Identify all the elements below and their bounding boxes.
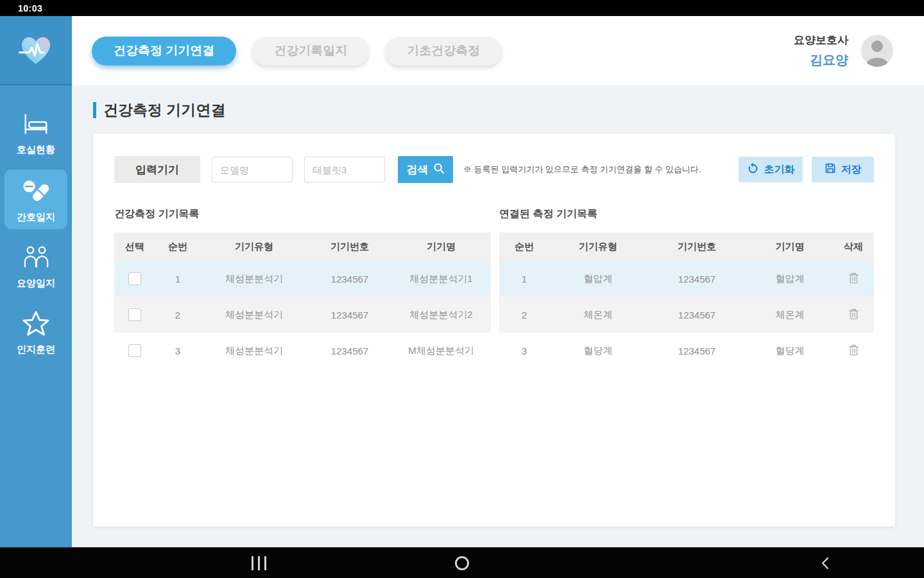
back-icon[interactable] — [820, 556, 830, 573]
col-no: 순번 — [499, 241, 549, 253]
android-nav-bar — [0, 547, 924, 578]
tables-row: 건강측정 기기목록 선택 순번 기기유형 기기번호 기기명 1 체성분분석기 1… — [114, 207, 874, 369]
people-icon — [21, 243, 51, 273]
sidebar-item-label: 호실현황 — [17, 144, 55, 156]
cell-name: 체온계 — [747, 309, 833, 321]
tablet-input[interactable] — [304, 157, 385, 182]
cell-no: 2 — [155, 310, 200, 320]
delete-button[interactable] — [848, 272, 859, 286]
cell-type: 혈압계 — [549, 273, 647, 285]
cell-name: 체성분분석기2 — [391, 309, 491, 321]
clock: 10:03 — [18, 3, 42, 13]
delete-button[interactable] — [848, 344, 859, 358]
table-row: 2 체성분분석기 1234567 체성분분석기2 — [114, 297, 491, 333]
status-bar: 10:03 — [0, 0, 924, 16]
cell-name: 혈압계 — [747, 273, 833, 285]
row-checkbox[interactable] — [128, 272, 141, 285]
cell-no: 1 — [155, 274, 200, 285]
trash-icon — [848, 313, 859, 322]
col-device-type: 기기유형 — [200, 241, 308, 253]
cell-type: 체성분분석기 — [200, 273, 308, 285]
cell-no: 3 — [155, 346, 200, 356]
table-row: 1 체성분분석기 1234567 체성분분석기1 — [114, 261, 491, 297]
table-row: 1 혈압계 1234567 혈압계 — [499, 261, 874, 297]
tab-basic-health-measure[interactable]: 기초건강측정 — [385, 37, 502, 66]
right-table-title: 연결된 측정 기기목록 — [499, 207, 874, 221]
avatar-head-icon — [871, 40, 883, 52]
cell-type: 체성분분석기 — [200, 345, 308, 357]
col-select: 선택 — [114, 241, 155, 253]
pills-icon — [21, 176, 51, 207]
cell-name: 체성분분석기1 — [391, 273, 491, 285]
table-row: 3 체성분분석기 1234567 M체성분분석기 — [114, 333, 491, 369]
refresh-icon — [747, 162, 759, 177]
col-device-number: 기기번호 — [647, 241, 747, 253]
search-button-label: 검색 — [407, 162, 429, 177]
input-device-label: 입력기기 — [114, 156, 200, 183]
search-icon — [433, 162, 445, 177]
avatar[interactable] — [861, 35, 893, 67]
col-delete: 삭제 — [833, 241, 874, 253]
table-row: 2 체온계 1234567 체온계 — [499, 297, 874, 333]
tab-health-record-log[interactable]: 건강기록일지 — [252, 37, 369, 66]
col-no: 순번 — [155, 241, 200, 253]
sidebar-item-nursing-log[interactable]: 간호일지 — [4, 170, 67, 229]
reset-button[interactable]: 초기화 — [739, 157, 803, 182]
sidebar: 호실현황 간호일지 — [0, 85, 72, 547]
cell-type: 체성분분석기 — [200, 309, 308, 321]
sidebar-item-label: 간호일지 — [17, 211, 55, 223]
cell-no: 2 — [499, 310, 549, 320]
left-table-header: 선택 순번 기기유형 기기번호 기기명 — [114, 232, 491, 261]
save-icon — [825, 162, 836, 177]
model-name-input[interactable] — [212, 157, 293, 182]
col-device-name: 기기명 — [747, 241, 833, 253]
page-title: 건강측정 기기연결 — [103, 100, 225, 120]
sidebar-item-label: 인지훈련 — [17, 344, 55, 356]
cell-number: 1234567 — [308, 346, 391, 356]
sidebar-item-cognitive-training[interactable]: 인지훈련 — [4, 303, 67, 362]
app-root: 10:03 건강측정 기기연결 — [0, 0, 924, 578]
search-button[interactable]: 검색 — [398, 156, 453, 183]
bed-icon — [21, 110, 51, 139]
reset-button-label: 초기화 — [764, 163, 795, 177]
user-info: 요양보호사 김요양 — [794, 33, 848, 69]
sidebar-item-room-status[interactable]: 호실현황 — [4, 103, 67, 162]
row-checkbox[interactable] — [128, 308, 141, 321]
row-checkbox[interactable] — [128, 344, 141, 357]
home-icon[interactable] — [455, 556, 469, 570]
cell-no: 1 — [499, 274, 549, 285]
cell-number: 1234567 — [647, 346, 747, 356]
delete-button[interactable] — [848, 308, 859, 322]
heart-pulse-logo-icon — [17, 30, 55, 70]
trash-icon — [848, 277, 859, 286]
user-area: 요양보호사 김요양 — [794, 33, 924, 69]
col-device-number: 기기번호 — [308, 241, 391, 253]
save-button[interactable]: 저장 — [812, 157, 874, 182]
content-card: 입력기기 검색 ※ 등록된 입력기기가 있으므로 측정 기기연결을 할 수 있습… — [93, 134, 895, 527]
cell-number: 1234567 — [647, 274, 747, 285]
top-tabs: 건강측정 기기연결 건강기록일지 기초건강측정 — [92, 37, 502, 66]
app-logo — [0, 16, 72, 85]
cell-no: 3 — [499, 346, 549, 356]
save-button-label: 저장 — [841, 163, 862, 177]
avatar-body-icon — [866, 58, 888, 67]
main-content: 건강측정 기기연결 입력기기 검색 ※ 등록된 입력기기가 있으므로 — [72, 85, 924, 547]
cell-number: 1234567 — [308, 310, 391, 320]
user-name: 김요양 — [794, 51, 848, 69]
search-note: ※ 등록된 입력기기가 있으므로 측정 기기연결을 할 수 있습니다. — [463, 164, 701, 175]
trash-icon — [848, 349, 859, 358]
search-row: 입력기기 검색 ※ 등록된 입력기기가 있으므로 측정 기기연결을 할 수 있습… — [114, 156, 874, 183]
recents-icon[interactable] — [252, 556, 266, 570]
cell-name: M체성분분석기 — [391, 345, 491, 357]
tab-device-connect[interactable]: 건강측정 기기연결 — [92, 37, 236, 66]
connected-device-list-section: 연결된 측정 기기목록 순번 기기유형 기기번호 기기명 삭제 1 혈압계 12… — [499, 207, 874, 369]
cell-name: 혈당계 — [747, 345, 833, 357]
star-icon — [21, 310, 51, 339]
page-title-row: 건강측정 기기연결 — [93, 100, 924, 120]
cell-number: 1234567 — [308, 274, 391, 285]
sidebar-item-care-log[interactable]: 요양일지 — [4, 237, 67, 295]
left-table-title: 건강측정 기기목록 — [114, 207, 491, 221]
col-device-name: 기기명 — [391, 241, 491, 253]
user-role: 요양보호사 — [794, 33, 848, 48]
health-device-list-section: 건강측정 기기목록 선택 순번 기기유형 기기번호 기기명 1 체성분분석기 1… — [114, 207, 491, 369]
